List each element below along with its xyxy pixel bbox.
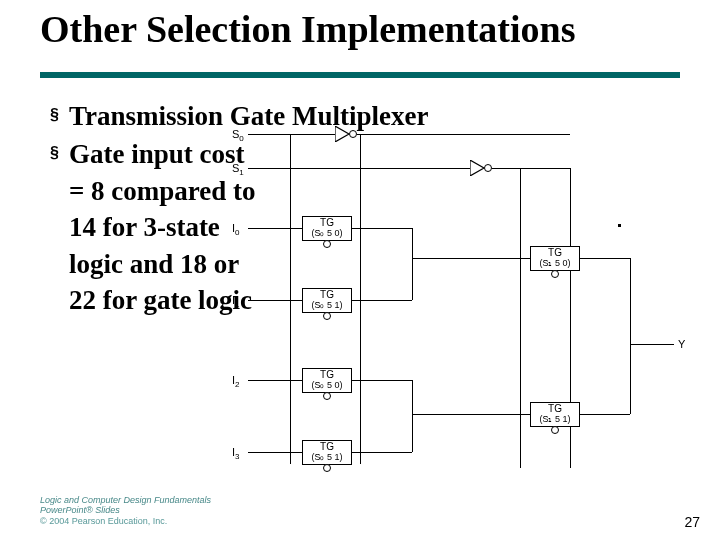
wire — [352, 452, 412, 453]
tg-box: TG (S₁ 5 0) — [530, 246, 580, 271]
wire — [352, 228, 412, 229]
wire — [492, 168, 570, 169]
inversion-bubble — [349, 130, 357, 138]
wire — [580, 414, 630, 415]
label-s0: S0 — [232, 128, 244, 143]
wire — [248, 452, 302, 453]
label-i0: I0 — [232, 222, 240, 237]
footer-line1: Logic and Computer Design Fundamentals — [40, 495, 211, 505]
tg-bubble — [323, 464, 331, 472]
wire — [248, 134, 335, 135]
tg-box: TG (S₁ 5 1) — [530, 402, 580, 427]
wire — [412, 258, 530, 259]
footer-credit: Logic and Computer Design Fundamentals P… — [40, 495, 211, 526]
dot — [618, 224, 621, 227]
wire — [520, 168, 521, 468]
bullet-icon: § — [50, 106, 59, 124]
tg-box: TG (S₀ 5 1) — [302, 288, 352, 313]
tg-box: TG (S₀ 5 0) — [302, 216, 352, 241]
tg-bubble — [551, 270, 559, 278]
tg-box: TG (S₀ 5 0) — [302, 368, 352, 393]
svg-marker-0 — [335, 126, 349, 142]
wire — [248, 380, 302, 381]
wire — [357, 134, 570, 135]
mux-diagram: S0 S1 I0 I1 I2 I3 Y — [230, 126, 700, 496]
wire — [630, 344, 674, 345]
wire — [352, 300, 412, 301]
title-underline — [40, 72, 680, 78]
slide: Other Selection Implementations § Transm… — [0, 0, 720, 540]
wire — [412, 414, 530, 415]
wire — [630, 258, 631, 414]
tg-box: TG (S₀ 5 1) — [302, 440, 352, 465]
label-i3: I3 — [232, 446, 240, 461]
label-i2: I2 — [232, 374, 240, 389]
page-number: 27 — [684, 514, 700, 530]
footer-line2: PowerPoint® Slides — [40, 505, 211, 515]
wire — [248, 300, 302, 301]
footer-line3: © 2004 Pearson Education, Inc. — [40, 516, 211, 526]
label-s1: S1 — [232, 162, 244, 177]
label-y: Y — [678, 338, 685, 350]
wire — [248, 168, 470, 169]
wire — [360, 134, 361, 464]
wire — [580, 258, 630, 259]
bullet-icon: § — [50, 144, 59, 162]
wire — [412, 380, 413, 452]
inversion-bubble — [484, 164, 492, 172]
wire — [248, 228, 302, 229]
tg-bubble — [323, 312, 331, 320]
wire — [412, 228, 413, 300]
tg-bubble — [323, 240, 331, 248]
label-i1: I1 — [232, 294, 240, 309]
tg-bubble — [323, 392, 331, 400]
wire — [290, 134, 291, 464]
svg-marker-1 — [470, 160, 484, 176]
slide-title: Other Selection Implementations — [40, 10, 700, 50]
tg-bubble — [551, 426, 559, 434]
wire — [352, 380, 412, 381]
